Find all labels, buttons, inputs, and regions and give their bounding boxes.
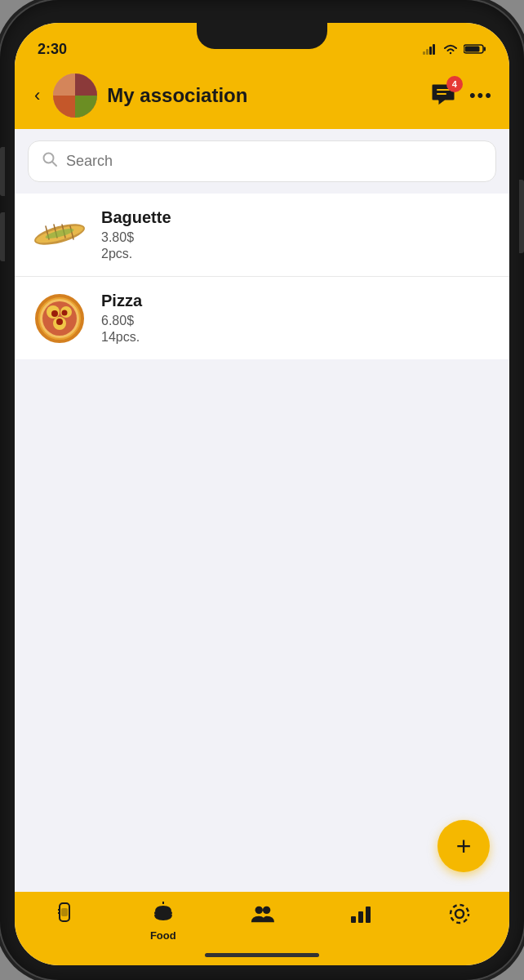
content-area: Baguette 3.80$ 2pcs. [15, 194, 509, 892]
svg-point-45 [455, 910, 464, 918]
search-input[interactable] [66, 153, 482, 170]
food-quantity: 2pcs. [101, 247, 493, 261]
svg-rect-10 [53, 96, 75, 118]
wifi-icon [442, 43, 459, 55]
svg-rect-43 [358, 911, 363, 923]
svg-rect-3 [433, 44, 435, 55]
food-name: Pizza [101, 292, 493, 310]
settings-icon [447, 902, 472, 926]
svg-point-40 [255, 906, 263, 914]
sidebar-item-drinks[interactable] [15, 898, 113, 933]
svg-rect-38 [154, 911, 172, 915]
app-header: ‹ My association [15, 65, 509, 129]
svg-rect-1 [426, 49, 429, 55]
svg-rect-6 [484, 47, 486, 51]
svg-rect-44 [366, 906, 371, 923]
power-button[interactable] [519, 180, 524, 253]
svg-rect-8 [53, 74, 75, 96]
sidebar-item-food[interactable]: Food [113, 898, 212, 945]
svg-rect-14 [437, 93, 446, 95]
header-actions: 4 ••• [430, 82, 493, 109]
stats-icon [349, 902, 373, 926]
svg-point-31 [62, 310, 68, 315]
food-name: Baguette [101, 208, 493, 227]
svg-rect-5 [465, 47, 480, 52]
notification-badge: 4 [446, 76, 463, 92]
messages-button[interactable]: 4 [430, 82, 456, 109]
search-container [15, 129, 509, 194]
status-icons [423, 43, 486, 55]
food-price: 3.80$ [101, 230, 493, 245]
svg-rect-11 [75, 96, 97, 118]
food-quantity: 14pcs. [101, 330, 493, 345]
page-title: My association [107, 84, 420, 107]
svg-line-16 [52, 162, 56, 166]
svg-rect-42 [351, 916, 356, 923]
svg-rect-0 [423, 51, 425, 55]
search-bar [28, 140, 496, 182]
home-indicator [205, 953, 319, 957]
svg-point-41 [263, 906, 270, 914]
people-icon [250, 902, 274, 926]
food-price: 6.80$ [101, 314, 493, 328]
food-image-baguette [31, 211, 88, 260]
food-list: Baguette 3.80$ 2pcs. [15, 194, 509, 359]
svg-rect-9 [75, 74, 97, 96]
sidebar-item-people[interactable] [212, 898, 311, 933]
back-button[interactable]: ‹ [31, 82, 43, 109]
search-icon [42, 151, 58, 172]
nav-label-food: Food [150, 929, 176, 942]
list-item[interactable]: Baguette 3.80$ 2pcs. [15, 194, 509, 277]
list-item[interactable]: Pizza 6.80$ 14pcs. [15, 277, 509, 359]
phone-shell: 2:30 [0, 0, 524, 980]
food-info-baguette: Baguette 3.80$ 2pcs. [101, 208, 493, 261]
svg-rect-35 [61, 908, 68, 916]
food-icon [151, 902, 175, 926]
more-options-button[interactable]: ••• [469, 85, 493, 106]
svg-rect-2 [429, 47, 432, 55]
avatar [53, 74, 97, 118]
svg-point-46 [451, 905, 468, 923]
food-image-pizza [31, 294, 88, 343]
status-time: 2:30 [38, 41, 67, 58]
phone-screen: 2:30 [15, 23, 509, 965]
sidebar-item-settings[interactable] [411, 898, 509, 933]
add-button[interactable]: + [437, 820, 490, 872]
svg-point-32 [56, 318, 63, 325]
food-info-pizza: Pizza 6.80$ 14pcs. [101, 292, 493, 345]
volume-up-button[interactable] [0, 147, 5, 196]
svg-point-30 [51, 310, 58, 317]
signal-icon [423, 43, 437, 55]
notch [197, 23, 327, 49]
battery-icon [464, 43, 486, 55]
sidebar-item-stats[interactable] [312, 898, 411, 933]
volume-down-button[interactable] [0, 212, 5, 261]
drinks-icon [52, 902, 77, 926]
